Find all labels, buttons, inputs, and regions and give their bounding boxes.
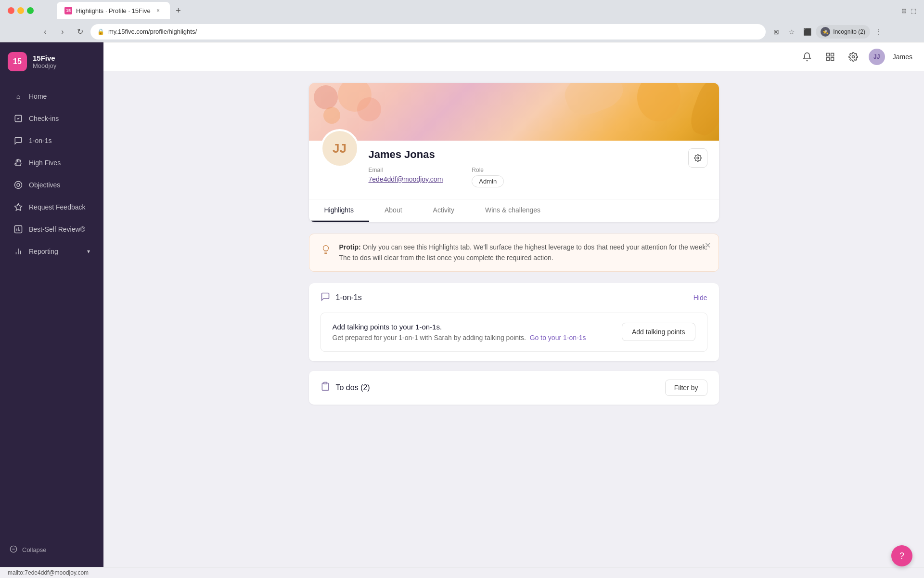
new-tab-btn[interactable]: + — [172, 4, 185, 17]
checkins-icon — [13, 114, 23, 123]
minimize-dot[interactable] — [17, 7, 24, 14]
address-bar[interactable]: 🔒 my.15five.com/profile/highlights/ — [90, 24, 766, 39]
email-label: Email — [369, 167, 443, 173]
browser-window-icon[interactable]: ⬚ — [911, 7, 916, 14]
close-dot[interactable] — [8, 7, 14, 14]
url-text: my.15five.com/profile/highlights/ — [108, 28, 197, 35]
sidebar-bottom: Collapse — [0, 533, 103, 567]
settings-icon[interactable] — [846, 49, 861, 65]
svg-rect-13 — [826, 53, 829, 56]
sidebar-item-bestself-label: Best-Self Review® — [29, 225, 85, 233]
sidebar-item-1on1s-label: 1-on-1s — [29, 137, 51, 144]
topbar: JJ James — [103, 42, 924, 71]
email-field-group: Email 7ede4ddf@moodjoy.com — [369, 167, 443, 187]
back-btn[interactable]: ‹ — [38, 25, 52, 39]
todos-title: To dos (2) — [336, 383, 370, 392]
filter-by-btn[interactable]: Filter by — [665, 380, 707, 396]
browser-chrome: 15 Highlights · Profile · 15Five × + ⊟ ⬚… — [0, 0, 924, 42]
sidebar-item-1on1s[interactable]: 1-on-1s — [4, 130, 100, 151]
bestself-icon — [13, 224, 23, 234]
svg-rect-15 — [826, 57, 829, 60]
section-1on1s-title: 1-on-1s — [336, 293, 362, 302]
protip-title: Protip: — [339, 243, 361, 251]
bookmark-icon[interactable]: ☆ — [785, 25, 798, 39]
profile-settings-btn[interactable] — [688, 148, 707, 168]
sidebar: 15 15Five Moodjoy ⌂ Home Check-ins — [0, 42, 103, 567]
banner-shapes — [309, 83, 719, 141]
chat-icon — [321, 292, 330, 304]
section-todos: To dos (2) Filter by — [309, 371, 719, 405]
lock-icon: 🔒 — [97, 28, 104, 35]
help-btn[interactable]: ? — [891, 545, 912, 566]
tab-highlights[interactable]: Highlights — [309, 199, 369, 222]
sidebar-item-reporting[interactable]: Reporting ▾ — [4, 241, 100, 262]
tab-about[interactable]: About — [369, 199, 418, 222]
svg-point-1 — [15, 182, 22, 189]
sidebar-item-objectives[interactable]: Objectives — [4, 174, 100, 196]
section-1on1s: 1-on-1s Hide Add talking points to your … — [309, 283, 719, 361]
tab-close-btn[interactable]: × — [154, 7, 162, 14]
one-on-one-card: Add talking points to your 1-on-1s. Get … — [321, 313, 707, 352]
topbar-avatar[interactable]: JJ — [869, 49, 885, 65]
tab-wins-challenges[interactable]: Wins & challenges — [470, 199, 556, 222]
profile-name: James Jonas — [369, 148, 688, 161]
profile-card: JJ James Jonas Email 7ede4ddf@moodjoy.co… — [309, 83, 719, 222]
sidebar-item-checkins[interactable]: Check-ins — [4, 108, 100, 129]
sidebar-item-requestfeedback[interactable]: Request Feedback — [4, 197, 100, 218]
incognito-btn[interactable]: 🕵 Incognito (2) — [816, 25, 870, 39]
sidebar-item-objectives-label: Objectives — [29, 181, 60, 189]
cast-icon[interactable]: ⊠ — [770, 25, 783, 39]
status-text: mailto:7ede4ddf@moodjoy.com — [8, 569, 89, 576]
svg-rect-16 — [831, 57, 834, 60]
tab-favicon: 15 — [64, 7, 72, 14]
protip-close-btn[interactable]: ✕ — [705, 241, 711, 250]
reporting-icon — [13, 247, 23, 256]
protip-text: Protip: Only you can see this Highlights… — [339, 242, 709, 263]
main-content: JJ James — [103, 42, 924, 567]
forward-btn[interactable]: › — [56, 25, 69, 39]
svg-point-2 — [17, 184, 20, 186]
sidebar-item-home-label: Home — [29, 92, 47, 100]
go-to-1on1s-link[interactable]: Go to your 1-on-1s — [530, 334, 586, 342]
profile-info-row: JJ James Jonas Email 7ede4ddf@moodjoy.co… — [309, 141, 719, 199]
section-1on1s-hide-btn[interactable]: Hide — [693, 294, 707, 302]
one-on-one-title: Add talking points to your 1-on-1s. — [333, 323, 622, 331]
incognito-label: Incognito (2) — [833, 28, 865, 35]
extension-icon[interactable]: ⬛ — [800, 25, 814, 39]
refresh-btn[interactable]: ↻ — [73, 25, 87, 39]
more-btn[interactable]: ⋮ — [872, 25, 886, 39]
maximize-dot[interactable] — [27, 7, 34, 14]
sidebar-item-bestself[interactable]: Best-Self Review® — [4, 219, 100, 240]
svg-point-18 — [697, 157, 699, 159]
profile-tabs: Highlights About Activity Wins & challen… — [309, 199, 719, 222]
collapse-label: Collapse — [22, 546, 47, 553]
protip-banner: Protip: Only you can see this Highlights… — [309, 234, 719, 272]
sidebar-item-home[interactable]: ⌂ Home — [4, 86, 100, 107]
content-area: Protip: Only you can see this Highlights… — [309, 222, 719, 426]
role-field-group: Role Admin — [472, 167, 504, 187]
tab-title: Highlights · Profile · 15Five — [76, 7, 151, 14]
profile-banner — [309, 83, 719, 141]
role-label: Role — [472, 167, 504, 173]
tab-activity[interactable]: Activity — [418, 199, 470, 222]
sidebar-item-highfives-label: High Fives — [29, 159, 61, 167]
section-title-row: 1-on-1s — [321, 292, 362, 304]
collapse-btn[interactable]: Collapse — [4, 540, 100, 559]
todos-title-row: To dos (2) — [321, 381, 370, 394]
email-value[interactable]: 7ede4ddf@moodjoy.com — [369, 175, 443, 183]
notification-icon[interactable] — [799, 49, 815, 65]
apps-icon[interactable] — [822, 49, 838, 65]
objectives-icon — [13, 180, 23, 190]
profile-avatar: JJ — [321, 129, 359, 168]
status-bar: mailto:7ede4ddf@moodjoy.com — [0, 567, 924, 578]
one-on-one-desc: Get prepared for your 1-on-1 with Sarah … — [333, 334, 622, 342]
collapse-icon — [10, 545, 17, 554]
browser-menu-icon[interactable]: ⊟ — [901, 7, 907, 14]
add-talking-points-btn[interactable]: Add talking points — [622, 323, 695, 341]
sidebar-item-checkins-label: Check-ins — [29, 115, 59, 122]
section-1on1s-header: 1-on-1s Hide — [309, 283, 719, 313]
svg-point-17 — [852, 55, 854, 58]
active-tab[interactable]: 15 Highlights · Profile · 15Five × — [57, 2, 170, 19]
sidebar-item-highfives[interactable]: High Fives — [4, 152, 100, 173]
clipboard-icon — [321, 381, 330, 394]
